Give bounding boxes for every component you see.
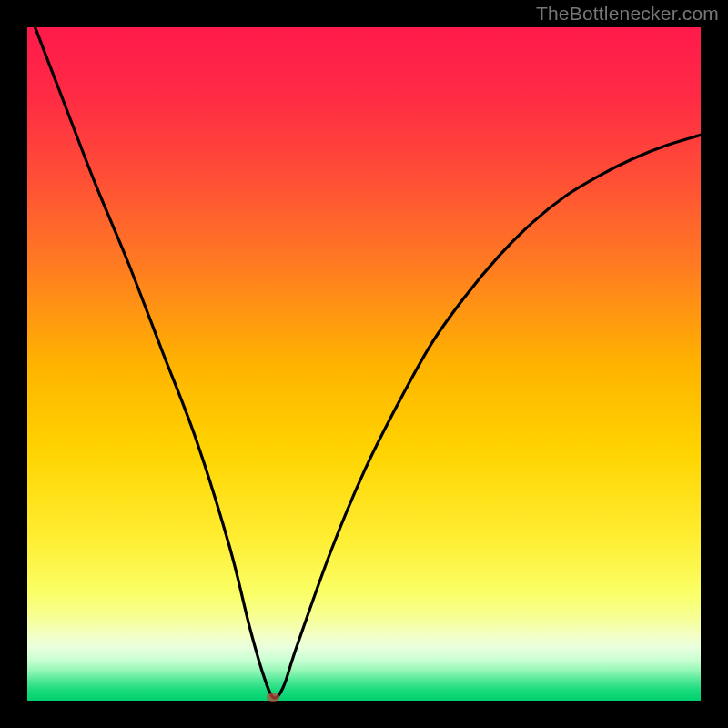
watermark-text: TheBottlenecker.com	[536, 3, 719, 25]
plot-frame	[27, 27, 701, 701]
bottleneck-curve	[27, 27, 701, 701]
